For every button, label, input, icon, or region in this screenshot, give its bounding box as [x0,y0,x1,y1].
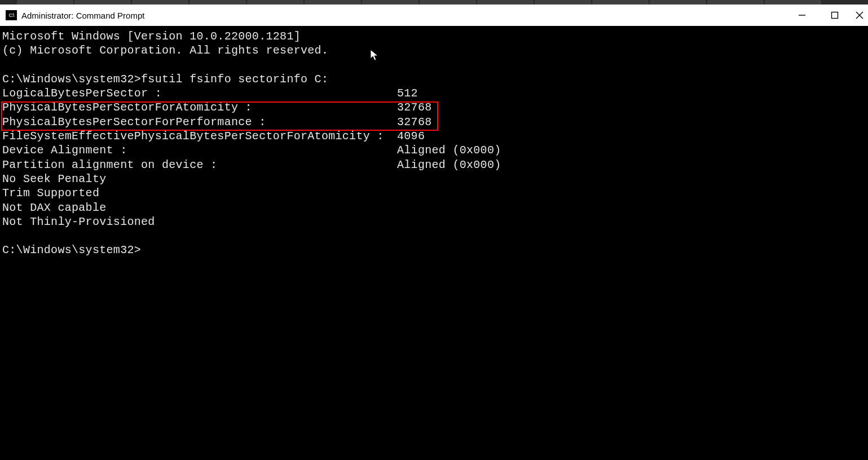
tab-stub[interactable] [765,0,821,5]
prompt-path: C:\Windows\system32> [2,73,141,86]
svg-rect-1 [832,12,838,19]
kv-value: 4096 [397,129,425,143]
window-title-bar[interactable]: C:\ Administrator: Command Prompt [0,5,868,26]
kv-key: FileSystemEffectivePhysicalBytesPerSecto… [2,129,397,143]
red-highlight-box [1,101,438,131]
title-bar-left: C:\ Administrator: Command Prompt [6,10,144,20]
tab-stub[interactable] [74,0,131,5]
minimize-icon [798,11,806,19]
tab-stub[interactable] [305,0,361,5]
flag-trim: Trim Supported [2,186,866,200]
blank-line [2,229,866,243]
kv-partition-alignment: Partition alignment on device :Aligned (… [2,158,866,172]
tab-stub[interactable] [132,0,188,5]
tab-stub[interactable] [247,0,303,5]
kv-logical-bytes: LogicalBytesPerSector :512 [2,86,866,100]
tab-stub[interactable] [420,0,476,5]
maximize-button[interactable] [818,5,851,26]
tab-stub[interactable] [362,0,418,5]
maximize-icon [831,11,839,19]
tab-stub[interactable] [190,0,246,5]
tab-stub[interactable] [17,0,73,5]
cmd-icon: C:\ [6,10,17,20]
kv-fs-effective: FileSystemEffectivePhysicalBytesPerSecto… [2,129,866,143]
os-version-line: Microsoft Windows [Version 10.0.22000.12… [2,29,866,43]
browser-tab-bar [0,0,868,5]
window-controls [786,5,868,26]
tab-stub[interactable] [707,0,764,5]
typed-command: fsutil fsinfo sectorinfo C: [141,73,328,86]
close-button[interactable] [851,5,868,26]
kv-key: LogicalBytesPerSector : [2,86,397,100]
kv-device-alignment: Device Alignment :Aligned (0x000) [2,143,866,157]
kv-value: Aligned (0x000) [397,143,501,157]
kv-value: Aligned (0x000) [397,158,501,172]
tab-stub[interactable] [650,0,706,5]
tab-stub[interactable] [477,0,534,5]
flag-thin: Not Thinly-Provisioned [2,215,866,229]
window-title: Administrator: Command Prompt [21,11,144,20]
copyright-line: (c) Microsoft Corporation. All rights re… [2,43,866,58]
command-line: C:\Windows\system32>fsutil fsinfo sector… [2,72,866,86]
flag-dax: Not DAX capable [2,201,866,215]
close-icon [856,11,863,19]
kv-key: Device Alignment : [2,143,397,157]
terminal-output[interactable]: Microsoft Windows [Version 10.0.22000.12… [0,26,868,460]
blank-line [2,58,866,72]
kv-value: 512 [397,86,418,100]
tab-stub[interactable] [592,0,649,5]
flag-no-seek: No Seek Penalty [2,172,866,186]
kv-key: Partition alignment on device : [2,158,397,172]
prompt-ready: C:\Windows\system32> [2,243,866,257]
minimize-button[interactable] [786,5,818,26]
tab-stub[interactable] [535,0,591,5]
